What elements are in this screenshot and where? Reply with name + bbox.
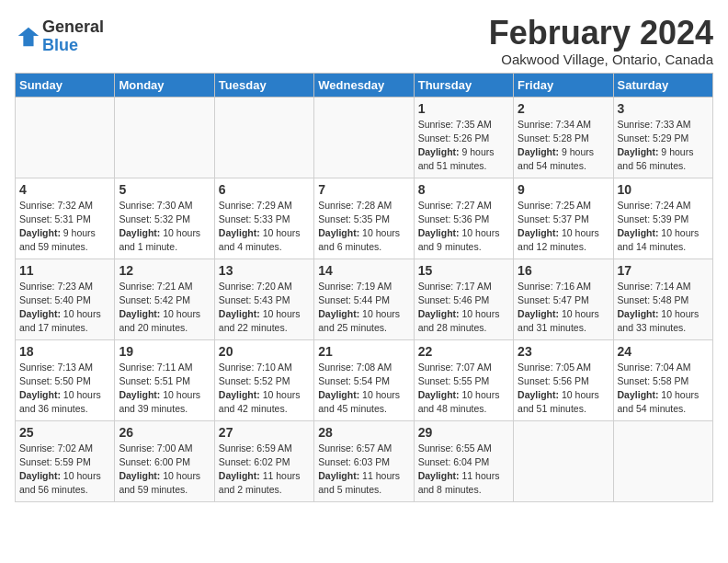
day-number: 16 <box>518 263 609 278</box>
day-info: Sunrise: 7:16 AMSunset: 5:47 PMDaylight:… <box>518 280 609 336</box>
calendar-cell: 5Sunrise: 7:30 AMSunset: 5:32 PMDaylight… <box>115 178 214 259</box>
day-info: Sunrise: 7:21 AMSunset: 5:42 PMDaylight:… <box>119 280 210 336</box>
calendar-cell: 7Sunrise: 7:28 AMSunset: 5:35 PMDaylight… <box>314 178 414 259</box>
calendar-cell: 22Sunrise: 7:07 AMSunset: 5:55 PMDayligh… <box>414 339 513 420</box>
day-info: Sunrise: 7:32 AMSunset: 5:31 PMDaylight:… <box>19 199 110 255</box>
day-info: Sunrise: 7:28 AMSunset: 5:35 PMDaylight:… <box>318 199 409 255</box>
calendar-table: SundayMondayTuesdayWednesdayThursdayFrid… <box>15 73 713 502</box>
day-number: 19 <box>119 344 210 359</box>
calendar-cell: 6Sunrise: 7:29 AMSunset: 5:33 PMDaylight… <box>214 178 313 259</box>
calendar-cell: 21Sunrise: 7:08 AMSunset: 5:54 PMDayligh… <box>314 339 414 420</box>
month-title: February 2024 <box>489 15 713 52</box>
day-info: Sunrise: 7:19 AMSunset: 5:44 PMDaylight:… <box>318 280 409 336</box>
day-number: 2 <box>518 101 609 116</box>
day-number: 27 <box>219 425 310 440</box>
calendar-cell <box>514 420 613 501</box>
day-number: 24 <box>618 344 709 359</box>
calendar-cell: 28Sunrise: 6:57 AMSunset: 6:03 PMDayligh… <box>314 420 414 501</box>
day-info: Sunrise: 7:00 AMSunset: 6:00 PMDaylight:… <box>119 442 210 498</box>
day-info: Sunrise: 7:17 AMSunset: 5:46 PMDaylight:… <box>418 280 509 336</box>
calendar-cell: 29Sunrise: 6:55 AMSunset: 6:04 PMDayligh… <box>414 420 513 501</box>
week-row-0: 1Sunrise: 7:35 AMSunset: 5:26 PMDaylight… <box>16 97 713 178</box>
day-number: 18 <box>19 344 110 359</box>
logo-icon <box>15 24 40 50</box>
day-info: Sunrise: 7:08 AMSunset: 5:54 PMDaylight:… <box>318 361 409 417</box>
calendar-cell: 17Sunrise: 7:14 AMSunset: 5:48 PMDayligh… <box>613 259 712 339</box>
day-number: 6 <box>219 182 310 197</box>
day-info: Sunrise: 7:02 AMSunset: 5:59 PMDaylight:… <box>19 442 110 498</box>
day-number: 28 <box>318 425 409 440</box>
header-row: SundayMondayTuesdayWednesdayThursdayFrid… <box>16 73 713 97</box>
calendar-cell: 14Sunrise: 7:19 AMSunset: 5:44 PMDayligh… <box>314 259 414 339</box>
calendar-cell: 26Sunrise: 7:00 AMSunset: 6:00 PMDayligh… <box>115 420 214 501</box>
week-row-4: 25Sunrise: 7:02 AMSunset: 5:59 PMDayligh… <box>16 420 713 501</box>
day-info: Sunrise: 7:24 AMSunset: 5:39 PMDaylight:… <box>618 199 709 255</box>
day-info: Sunrise: 7:23 AMSunset: 5:40 PMDaylight:… <box>19 280 110 336</box>
calendar-cell: 24Sunrise: 7:04 AMSunset: 5:58 PMDayligh… <box>613 339 712 420</box>
calendar-cell <box>214 97 313 178</box>
day-info: Sunrise: 7:34 AMSunset: 5:28 PMDaylight:… <box>518 118 609 174</box>
calendar-cell: 11Sunrise: 7:23 AMSunset: 5:40 PMDayligh… <box>16 259 115 339</box>
day-number: 13 <box>219 263 310 278</box>
day-number: 15 <box>418 263 509 278</box>
day-number: 8 <box>418 182 509 197</box>
day-info: Sunrise: 7:14 AMSunset: 5:48 PMDaylight:… <box>618 280 709 336</box>
calendar-cell: 20Sunrise: 7:10 AMSunset: 5:52 PMDayligh… <box>214 339 313 420</box>
day-info: Sunrise: 7:07 AMSunset: 5:55 PMDaylight:… <box>418 361 509 417</box>
calendar-cell: 8Sunrise: 7:27 AMSunset: 5:36 PMDaylight… <box>414 178 513 259</box>
calendar-cell: 23Sunrise: 7:05 AMSunset: 5:56 PMDayligh… <box>514 339 613 420</box>
calendar-cell <box>115 97 214 178</box>
logo-line1: General <box>42 18 104 37</box>
calendar-cell: 13Sunrise: 7:20 AMSunset: 5:43 PMDayligh… <box>214 259 313 339</box>
day-number: 14 <box>318 263 409 278</box>
header-monday: Monday <box>115 73 214 97</box>
day-info: Sunrise: 7:35 AMSunset: 5:26 PMDaylight:… <box>418 118 509 174</box>
calendar-cell <box>16 97 115 178</box>
day-number: 17 <box>618 263 709 278</box>
day-number: 20 <box>219 344 310 359</box>
calendar-cell <box>613 420 712 501</box>
day-number: 3 <box>618 101 709 116</box>
day-info: Sunrise: 6:55 AMSunset: 6:04 PMDaylight:… <box>418 442 509 498</box>
header-wednesday: Wednesday <box>314 73 414 97</box>
calendar-cell <box>314 97 414 178</box>
day-number: 1 <box>418 101 509 116</box>
title-block: February 2024 Oakwood Village, Ontario, … <box>489 15 713 67</box>
day-info: Sunrise: 7:04 AMSunset: 5:58 PMDaylight:… <box>618 361 709 417</box>
day-number: 10 <box>618 182 709 197</box>
header-tuesday: Tuesday <box>214 73 313 97</box>
day-number: 23 <box>518 344 609 359</box>
day-number: 21 <box>318 344 409 359</box>
day-number: 25 <box>19 425 110 440</box>
week-row-3: 18Sunrise: 7:13 AMSunset: 5:50 PMDayligh… <box>16 339 713 420</box>
day-info: Sunrise: 6:57 AMSunset: 6:03 PMDaylight:… <box>318 442 409 498</box>
day-number: 7 <box>318 182 409 197</box>
day-number: 11 <box>19 263 110 278</box>
logo-line2: Blue <box>42 37 104 55</box>
day-info: Sunrise: 7:25 AMSunset: 5:37 PMDaylight:… <box>518 199 609 255</box>
day-number: 26 <box>119 425 210 440</box>
day-number: 12 <box>119 263 210 278</box>
calendar-cell: 3Sunrise: 7:33 AMSunset: 5:29 PMDaylight… <box>613 97 712 178</box>
calendar-cell: 2Sunrise: 7:34 AMSunset: 5:28 PMDaylight… <box>514 97 613 178</box>
day-info: Sunrise: 7:29 AMSunset: 5:33 PMDaylight:… <box>219 199 310 255</box>
calendar-cell: 16Sunrise: 7:16 AMSunset: 5:47 PMDayligh… <box>514 259 613 339</box>
calendar-cell: 9Sunrise: 7:25 AMSunset: 5:37 PMDaylight… <box>514 178 613 259</box>
day-info: Sunrise: 7:27 AMSunset: 5:36 PMDaylight:… <box>418 199 509 255</box>
day-number: 29 <box>418 425 509 440</box>
calendar-cell: 25Sunrise: 7:02 AMSunset: 5:59 PMDayligh… <box>16 420 115 501</box>
calendar-cell: 19Sunrise: 7:11 AMSunset: 5:51 PMDayligh… <box>115 339 214 420</box>
header-thursday: Thursday <box>414 73 513 97</box>
calendar-cell: 27Sunrise: 6:59 AMSunset: 6:02 PMDayligh… <box>214 420 313 501</box>
day-info: Sunrise: 7:05 AMSunset: 5:56 PMDaylight:… <box>518 361 609 417</box>
header-sunday: Sunday <box>16 73 115 97</box>
day-number: 4 <box>19 182 110 197</box>
day-info: Sunrise: 7:11 AMSunset: 5:51 PMDaylight:… <box>119 361 210 417</box>
logo: General Blue <box>15 18 104 55</box>
day-number: 5 <box>119 182 210 197</box>
calendar-cell: 1Sunrise: 7:35 AMSunset: 5:26 PMDaylight… <box>414 97 513 178</box>
location-title: Oakwood Village, Ontario, Canada <box>489 52 713 67</box>
header-friday: Friday <box>514 73 613 97</box>
calendar-cell: 18Sunrise: 7:13 AMSunset: 5:50 PMDayligh… <box>16 339 115 420</box>
day-info: Sunrise: 7:10 AMSunset: 5:52 PMDaylight:… <box>219 361 310 417</box>
